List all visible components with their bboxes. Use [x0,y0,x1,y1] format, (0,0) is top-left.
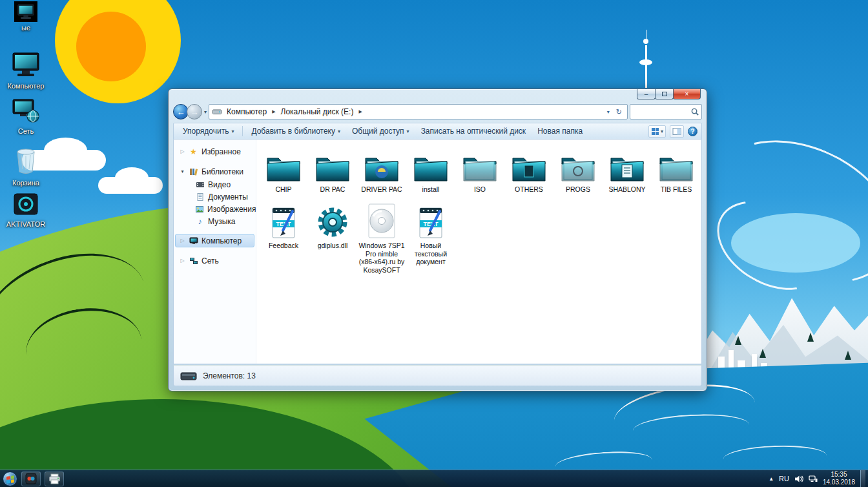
clock[interactable]: 15:35 14.03.2018 [823,471,855,487]
file-item[interactable]: TEXT Новый текстовый документ [407,202,455,274]
help-icon: ? [690,128,694,135]
folder-item[interactable]: ISO [456,146,504,193]
sidebar-item-computer[interactable]: ▷ Компьютер [175,234,254,247]
desktop-icon[interactable]: Сеть [1,98,50,136]
language-indicator[interactable]: RU [779,475,789,482]
breadcrumb-item-computer[interactable]: Компьютер [224,106,269,118]
folder-item[interactable]: OTHERS [505,146,553,193]
video-icon [195,180,205,189]
volume-icon[interactable] [794,475,803,483]
taskbar-app-button-1[interactable] [21,471,41,486]
sidebar-item-pictures[interactable]: Изображения [175,203,254,215]
preview-pane-button[interactable] [670,125,684,138]
music-note-icon: ♪ [195,218,205,225]
folder-item[interactable]: install [407,146,455,193]
file-label: install [422,185,440,193]
desktop-icon[interactable]: Корзина [1,147,50,187]
refresh-icon[interactable]: ↻ [614,108,624,116]
toolbar-button-label: Новая папка [537,127,583,136]
activator-icon [13,192,39,218]
sidebar-item-documents[interactable]: Документы [175,191,254,203]
sidebar-item-label: Видео [208,180,231,189]
toolbar-button-label: Общий доступ [352,127,404,136]
sidebar-item-videos[interactable]: Видео [175,178,254,191]
search-box[interactable] [630,104,702,119]
folder-icon [363,146,400,183]
folder-item[interactable]: PROGS [554,146,603,193]
system-tray: ▲ RU 15:35 14.03.2018 [769,470,868,487]
file-label: CHIP [275,185,291,193]
dropdown-arrow-icon: ▾ [661,129,663,134]
sidebar-item-network[interactable]: ▷ Сеть [175,254,254,267]
file-label: Новый текстовый документ [407,242,455,265]
share-button[interactable]: Общий доступ ▾ [347,125,415,138]
chevron-expanded-icon[interactable]: ▾ [180,169,185,174]
sidebar-item-music[interactable]: ♪ Музыка [175,215,254,227]
desktop-icon[interactable]: ые [1,1,50,32]
desktop-icon-label: Сеть [18,127,34,136]
maximize-button[interactable] [655,89,674,99]
computer-icon [11,52,41,80]
search-input[interactable] [633,108,689,116]
printer-icon [48,473,61,484]
chevron-collapsed-icon[interactable]: ▷ [180,238,185,244]
start-button[interactable] [3,471,17,486]
folder-item[interactable]: TIB FILES [652,146,701,193]
folder-icon [314,146,351,183]
burn-disc-button[interactable]: Записать на оптический диск [416,125,532,138]
sidebar-item-label: Музыка [208,217,235,226]
sidebar-item-libraries[interactable]: ▾ Библиотеки [175,165,254,178]
drive-status-icon [180,370,197,382]
file-label: Feedback [269,242,298,249]
file-item[interactable]: Windows 7SP1 Pro nimble (x86-x64).ru by … [358,202,406,274]
views-grid-icon [651,127,659,136]
sidebar-item-label: Изображения [207,205,256,214]
folder-item[interactable]: CHIP [260,146,308,193]
file-item[interactable]: TEXT Feedback [260,202,308,274]
organize-button[interactable]: Упорядочить ▾ [178,125,239,138]
chevron-collapsed-icon[interactable]: ▷ [180,258,185,264]
file-item[interactable]: gdiplus.dll [309,202,357,274]
add-to-library-button[interactable]: Добавить в библиотеку ▾ [246,125,346,138]
file-label: gdiplus.dll [318,242,348,249]
desktop-icon-label: ые [21,24,30,32]
folder-item[interactable]: SHABLONY [603,146,652,193]
desktop-icon[interactable]: Компьютер [1,52,50,90]
breadcrumb[interactable]: Компьютер ▶ Локальный диск (E:) ▶ ▾ ↻ [209,104,628,119]
cloud-art [98,177,163,194]
dropdown-arrow-icon: ▾ [231,129,234,134]
document-icon [195,192,205,202]
minimize-button[interactable]: – [637,89,656,99]
desktop-icon-label: Корзина [12,179,39,187]
desktop-icon-label: AKTIVATOR [6,220,46,229]
taskbar: ▲ RU 15:35 14.03.2018 [0,470,868,487]
recent-pages-dropdown[interactable]: ▾ [204,109,207,115]
network-icon [12,98,40,125]
new-folder-button[interactable]: Новая папка [532,125,588,138]
folder-icon [510,146,548,183]
folder-icon [559,146,597,183]
network-tray-icon[interactable] [809,475,818,483]
folder-icon [265,146,302,183]
computer-small-icon [189,236,198,245]
close-button[interactable]: × [673,89,701,99]
folder-item[interactable]: DR PAC [309,146,357,193]
show-desktop-button[interactable] [860,470,865,487]
file-label: OTHERS [515,185,543,193]
taskbar-app-button-2[interactable] [45,471,64,486]
sidebar-item-label: Избранное [202,147,241,156]
desktop-icon[interactable]: AKTIVATOR [1,192,50,229]
text-file-icon: TEXT [270,202,297,240]
file-label: PROGS [566,185,590,193]
help-button[interactable]: ? [688,127,698,136]
sidebar-item-favorites[interactable]: ▷ ★ Избранное [175,145,254,158]
folder-item[interactable]: DRIVER PAC [358,146,406,193]
breadcrumb-item-local-disk-e[interactable]: Локальный диск (E:) [278,106,356,118]
address-dropdown-icon[interactable]: ▾ [605,109,612,115]
dropdown-arrow-icon: ▾ [407,129,409,134]
hidden-icons-button[interactable]: ▲ [769,476,774,482]
sidebar-item-label: Сеть [202,256,219,265]
forward-button[interactable]: → [187,104,202,119]
change-view-button[interactable]: ▾ [648,125,666,138]
chevron-collapsed-icon[interactable]: ▷ [180,149,185,154]
